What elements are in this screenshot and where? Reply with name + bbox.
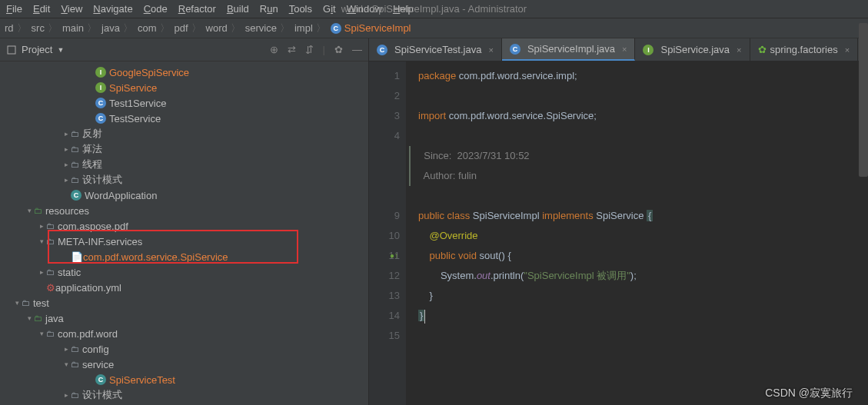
crumb[interactable]: pdf〉 (175, 22, 205, 35)
collapse-icon[interactable]: ⇵ (305, 44, 314, 55)
tree-label: application.yml (55, 282, 121, 294)
menu-run[interactable]: Run (260, 3, 278, 15)
editor-tabs: CSpiServiceTest.java×CSpiServiceImpl.jav… (369, 38, 868, 61)
tree-item[interactable]: CTestService (0, 111, 368, 126)
crumb[interactable]: com〉 (138, 22, 173, 35)
editor-tab[interactable]: ISpiService.java× (635, 38, 750, 61)
spring-icon: ✿ (758, 44, 767, 55)
tree-item[interactable]: ▾🗀META-INF.services (0, 234, 368, 249)
tree-arrow[interactable]: ▸ (62, 130, 71, 138)
tree-item[interactable]: ▸🗀com.aspose.pdf (0, 218, 368, 234)
tree-arrow[interactable]: ▸ (62, 176, 71, 184)
tree-label: 算法 (82, 142, 102, 156)
tree-label: com.pdf.word.service.SpiService (83, 251, 228, 263)
menu-tools[interactable]: Tools (289, 3, 312, 15)
caret (424, 310, 425, 324)
menu-edit[interactable]: Edit (33, 3, 50, 15)
tree-item[interactable]: ▸🗀线程 (0, 157, 368, 172)
tree-item[interactable]: CTest1Service (0, 95, 368, 111)
tree-label: config (82, 344, 109, 355)
tree-arrow[interactable]: ▾ (37, 237, 46, 245)
tree-label: 反射 (82, 127, 102, 141)
tree-item[interactable]: ▸🗀static (0, 264, 368, 280)
code-editor[interactable]: 1234 910 11●↑ 12131415 package com.pdf.w… (369, 61, 868, 405)
tree-item[interactable]: ▸🗀设计模式 (0, 387, 368, 403)
tree-arrow[interactable]: ▸ (62, 391, 71, 399)
folder-icon: 🗀 (71, 390, 79, 400)
crumb[interactable]: service〉 (245, 22, 293, 35)
tree-arrow[interactable]: ▾ (62, 360, 71, 368)
tree-arrow[interactable]: ▾ (12, 299, 22, 307)
expand-icon[interactable]: ⇄ (288, 44, 296, 55)
tree-item[interactable]: ▾🗀com.pdf.word (0, 326, 368, 341)
tree-item[interactable]: ▸🗀反射 (0, 126, 368, 141)
tree-arrow[interactable]: ▾ (25, 314, 34, 322)
tree-item[interactable]: ⚙application.yml (0, 280, 368, 295)
chevron-down-icon[interactable]: ▼ (57, 46, 64, 54)
tree-arrow[interactable]: ▸ (62, 345, 71, 353)
crumb[interactable]: impl〉 (294, 22, 329, 35)
tree-item[interactable]: ▾🗀test (0, 295, 368, 310)
interface-icon: I (95, 82, 106, 93)
tree-item[interactable]: ISpiService (0, 80, 368, 95)
tree-item[interactable]: ▾🗀service (0, 357, 368, 372)
tree-label: service (82, 359, 114, 370)
tree-item[interactable]: ▸🗀算法 (0, 141, 368, 157)
class-icon: C (95, 98, 106, 108)
gutter: 1234 910 11●↑ 12131415 (369, 61, 406, 405)
tree-label: com.aspose.pdf (58, 221, 128, 232)
folder-icon: 🗀 (46, 267, 55, 277)
close-icon[interactable]: × (737, 45, 741, 55)
tab-label: SpiService.java (660, 44, 730, 55)
crumb[interactable]: rd〉 (5, 22, 30, 35)
crumb[interactable]: java〉 (101, 22, 136, 35)
menu-build[interactable]: Build (227, 3, 249, 15)
tree-label: resources (45, 205, 89, 217)
tree-arrow[interactable]: ▾ (25, 207, 34, 214)
editor-tab[interactable]: CSpiServiceTest.java× (369, 38, 502, 61)
tree-label: WordApplication (85, 190, 157, 201)
folder-icon: 🗀 (71, 344, 79, 354)
tree-item[interactable]: CWordApplication (0, 188, 368, 203)
tree-label: static (58, 267, 81, 278)
tree-item[interactable]: ▸🗀config (0, 341, 368, 357)
menu-navigate[interactable]: Navigate (93, 3, 132, 15)
tree-arrow[interactable]: ▾ (37, 330, 46, 337)
close-icon[interactable]: × (845, 45, 850, 55)
tree-arrow[interactable]: ▸ (37, 222, 46, 230)
editor-tab[interactable]: ✿spring.factories× (750, 38, 859, 61)
tree-item[interactable]: ▾🗀java (0, 310, 368, 326)
doc-comment: Since: 2023/7/31 10:52 Author: fulin (409, 146, 868, 186)
project-title[interactable]: Project (22, 44, 52, 55)
crumb[interactable]: word〉 (206, 22, 244, 35)
resources-folder-icon: 🗀 (34, 206, 42, 215)
tab-label: SpiServiceImpl.java (527, 43, 615, 55)
locate-icon[interactable]: ⊕ (270, 44, 278, 55)
crumb[interactable]: main〉 (62, 22, 100, 35)
menu-view[interactable]: View (61, 3, 82, 15)
crumb-active[interactable]: CSpiServiceImpl (331, 22, 411, 34)
menu-code[interactable]: Code (144, 3, 168, 15)
menu-git[interactable]: Git (323, 3, 336, 15)
code-lines[interactable]: package com.pdf.word.service.impl; impor… (406, 61, 868, 405)
gear-icon[interactable]: ✿ (334, 44, 343, 55)
tree-item[interactable]: 📄com.pdf.word.service.SpiService (0, 249, 368, 264)
tree-item[interactable]: ▾🗀resources (0, 203, 368, 218)
yml-icon: ⚙ (46, 282, 55, 294)
tree-label: GoogleSpiService (109, 67, 189, 78)
hide-icon[interactable]: — (352, 44, 362, 55)
tree-arrow[interactable]: ▸ (62, 161, 71, 168)
tree-item[interactable]: ▸🗀设计模式 (0, 172, 368, 188)
close-icon[interactable]: × (488, 45, 493, 55)
crumb[interactable]: src〉 (32, 22, 61, 35)
close-icon[interactable]: × (622, 45, 627, 54)
tree-arrow[interactable]: ▸ (62, 145, 71, 153)
tree-arrow[interactable]: ▸ (37, 268, 46, 276)
menu-file[interactable]: File (6, 3, 22, 15)
tree-item[interactable]: IGoogleSpiService (0, 65, 368, 80)
tree-item[interactable]: CSpiServiceTest (0, 372, 368, 387)
editor-tab[interactable]: CSpiServiceImpl.java× (502, 38, 636, 61)
menu-refactor[interactable]: Refactor (178, 3, 216, 15)
tab-label: SpiServiceTest.java (394, 44, 481, 55)
project-tree[interactable]: IGoogleSpiServiceISpiServiceCTest1Servic… (0, 61, 368, 405)
